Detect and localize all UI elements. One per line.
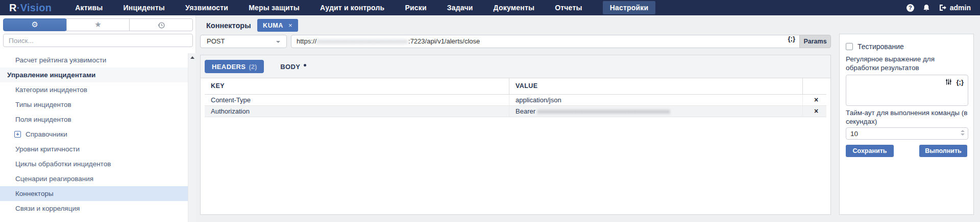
chevron-down-icon [276,41,280,43]
testing-panel: Тестирование Регулярное выражение для об… [839,34,974,215]
url-input[interactable]: https://xxxxxxxxxxxxxxxxxxxxxxxx:7223/ap… [291,35,800,48]
tab-history[interactable] [129,18,193,31]
delete-row-button[interactable]: × [803,106,823,117]
table-row: Authorization Bearer xxxxxxxxxxxxxxxxxxx… [205,106,826,117]
rvision-logo: R·Vision [9,2,52,14]
nav-item-protection-measures[interactable]: Меры защиты [249,4,300,12]
regex-field-icons: {;} [945,78,964,86]
testing-label: Тестирование [857,42,904,51]
params-button[interactable]: Params [799,35,831,48]
tab-settings-gear[interactable]: ⚙ [3,18,67,31]
settings-sidebar: ⚙ ★ Расчет рейтинга уязвимостиУправление… [0,15,196,222]
tab-kuma-label: KUMA [263,22,283,29]
tab-headers-label: HEADERS [212,63,246,71]
body-unsaved-dot [304,64,306,66]
nav-item-reports[interactable]: Отчеты [555,4,582,12]
user-menu[interactable]: admin [939,4,971,12]
nav-item-vulnerabilities[interactable]: Уязвимости [185,4,228,12]
url-prefix: https:// [297,37,316,45]
url-host-redacted: xxxxxxxxxxxxxxxxxxxxxxxx [316,37,408,45]
logo-dot: · [17,2,20,13]
tab-headers[interactable]: HEADERS (2) [205,60,264,73]
header-value-redacted: xxxxxxxxxxxxxxxxxxxxxxxxxxxxxxxxxxxxxxxx [537,108,670,115]
stepper-up-icon[interactable] [961,130,965,132]
header-value-cell: Bearer xxxxxxxxxxxxxxxxxxxxxxxxxxxxxxxxx… [509,106,803,117]
header-value-text: application/json [516,96,561,104]
timeout-label: Тайм-аут для выполнения команды (в секун… [846,109,968,126]
gear-icon: ⚙ [32,21,38,29]
logo-r: R [9,2,17,13]
sidebar-item-vulnerability-rating[interactable]: Расчет рейтинга уязвимости [0,53,188,68]
header-key-cell: Authorization [205,106,509,117]
main-menu: АктивыИнцидентыУязвимостиМеры защитыАуди… [75,1,655,14]
sliders-icon[interactable] [945,78,952,86]
help-icon[interactable]: ? [906,4,914,12]
sidebar-item-incident-fields[interactable]: Поля инцидентов [0,112,188,127]
breadcrumb: Коннекторы [206,19,251,32]
navbar-right: ? admin [906,0,971,15]
nav-item-audit-control[interactable]: Аудит и контроль [320,4,384,12]
column-header-key: KEY [205,78,509,94]
variables-icon[interactable]: {;} [957,79,964,85]
tab-close-icon[interactable]: × [288,21,292,29]
run-button[interactable]: Выполнить [919,145,967,157]
delete-row-button[interactable]: × [803,95,823,105]
tab-headers-count: (2) [249,63,257,71]
sidebar-scrollbar[interactable] [188,53,196,222]
timeout-field-wrap [846,127,968,140]
column-header-value: VALUE [509,78,803,94]
save-button[interactable]: Сохранить [846,145,894,157]
sidebar-item-relations-correlation[interactable]: Связи и корреляция [0,201,188,216]
sidebar-item-incident-workflows[interactable]: Циклы обработки инцидентов [0,157,188,171]
testing-checkbox[interactable] [846,43,853,50]
sidebar-item-label: Справочники [26,127,67,142]
tab-favorites[interactable]: ★ [66,18,130,31]
top-navbar: R·Vision АктивыИнцидентыУязвимостиМеры з… [0,0,980,15]
nav-item-incidents[interactable]: Инциденты [124,4,165,12]
url-suffix: :7223/api/v1/alerts/close [408,37,480,45]
scroll-up-arrow-icon[interactable] [190,56,194,59]
regex-field-wrap: {;} [846,75,968,106]
method-value: POST [207,37,225,45]
header-value-text: Bearer [516,107,537,115]
sidebar-item-incident-types[interactable]: Типы инцидентов [0,97,188,112]
expand-plus-icon[interactable]: + [14,131,21,138]
sidebar-list: Расчет рейтинга уязвимостиУправление инц… [0,53,188,216]
header-key-cell: Content-Type [205,95,509,105]
star-icon: ★ [94,21,101,29]
sidebar-item-response-scenarios[interactable]: Сценарии реагирования [0,171,188,186]
tab-kuma[interactable]: KUMA × [257,19,298,32]
tab-body-label: BODY [280,63,300,71]
variables-icon[interactable]: {;} [788,35,795,48]
nav-item-tasks[interactable]: Задачи [447,4,473,12]
timeout-input[interactable] [846,127,968,140]
regex-label: Регулярное выражение для обработки резул… [846,55,968,72]
request-tabs: HEADERS (2) BODY [201,55,830,78]
sidebar-tabs: ⚙ ★ [3,18,193,31]
username-label: admin [950,4,971,12]
tab-body[interactable]: BODY [280,63,306,71]
testing-checkbox-row[interactable]: Тестирование [846,42,904,51]
headers-table-head: KEY VALUE [205,78,826,95]
nav-item-documents[interactable]: Документы [494,4,535,12]
table-row: Content-Type application/json × [205,95,826,106]
sidebar-item-connectors[interactable]: Коннекторы [0,186,188,201]
bell-icon[interactable] [922,4,930,12]
sidebar-item-directories[interactable]: +Справочники [0,127,188,142]
sidebar-item-incident-categories[interactable]: Категории инцидентов [0,82,188,97]
nav-item-risks[interactable]: Риски [405,4,426,12]
number-stepper[interactable] [961,130,965,136]
request-editor-panel: HEADERS (2) BODY KEY VALUE Content-Type … [200,55,831,215]
logo-vision: Vision [20,2,52,13]
sidebar-item-incident-management-section: Управление инцидентами [0,68,188,82]
stepper-down-icon[interactable] [961,134,965,136]
logout-icon[interactable] [939,4,947,11]
history-clock-icon [157,21,165,29]
nav-item-settings[interactable]: Настройки [603,1,656,14]
sidebar-item-criticality-levels[interactable]: Уровни критичности [0,142,188,157]
column-header-actions [803,78,823,94]
header-value-cell: application/json [509,95,803,105]
method-select[interactable]: POST [200,35,287,48]
nav-item-assets[interactable]: Активы [75,4,103,12]
sidebar-search-input[interactable] [3,34,193,47]
